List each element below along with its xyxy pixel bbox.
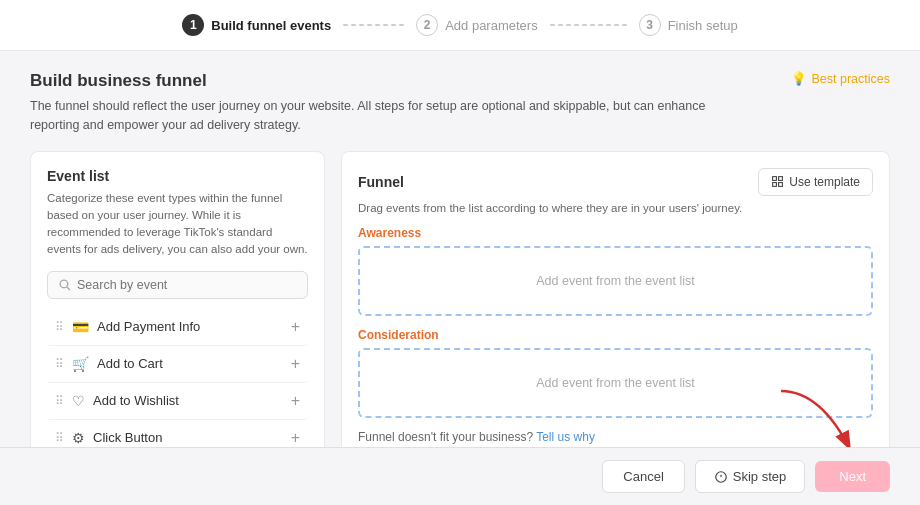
step-2-circle: 2: [416, 14, 438, 36]
page-header: 💡 Best practices Build business funnel T…: [30, 71, 890, 151]
next-button[interactable]: Next: [815, 461, 890, 492]
step-2-3-dots: [550, 24, 627, 26]
consideration-drop-zone[interactable]: Add event from the event list: [358, 348, 873, 418]
funnel-header: Funnel Use template: [358, 168, 873, 196]
add-event-button[interactable]: +: [291, 429, 300, 447]
consideration-label: Consideration: [358, 328, 873, 342]
svg-rect-3: [779, 177, 783, 181]
consideration-stage: Consideration Add event from the event l…: [358, 328, 873, 418]
step-2-label: Add parameters: [445, 18, 538, 33]
main-content: 💡 Best practices Build business funnel T…: [0, 51, 920, 476]
footer-text: Funnel doesn't fit your business?: [358, 430, 533, 444]
awareness-drop-text: Add event from the event list: [536, 274, 694, 288]
awareness-drop-zone[interactable]: Add event from the event list: [358, 246, 873, 316]
svg-point-0: [60, 280, 68, 288]
template-icon: [771, 175, 784, 188]
add-event-button[interactable]: +: [291, 392, 300, 410]
use-template-label: Use template: [789, 175, 860, 189]
consideration-drop-text: Add event from the event list: [536, 376, 694, 390]
drag-handle-icon: ⠿: [55, 357, 64, 371]
step-1-circle: 1: [182, 14, 204, 36]
drag-handle-icon: ⠿: [55, 431, 64, 445]
funnel-title: Funnel: [358, 174, 404, 190]
drag-handle-icon: ⠿: [55, 320, 64, 334]
click-icon: ⚙: [72, 430, 85, 446]
funnel-desc: Drag events from the list according to w…: [358, 202, 873, 214]
payment-icon: 💳: [72, 319, 89, 335]
page-description: The funnel should reflect the user journ…: [30, 97, 730, 135]
skip-step-label: Skip step: [733, 469, 786, 484]
event-name-add-to-cart: Add to Cart: [97, 356, 283, 371]
search-input[interactable]: [77, 278, 297, 292]
add-event-button[interactable]: +: [291, 318, 300, 336]
wishlist-icon: ♡: [72, 393, 85, 409]
columns-layout: Event list Categorize these event types …: [30, 151, 890, 476]
svg-line-1: [67, 287, 70, 290]
search-box[interactable]: [47, 271, 308, 299]
bottom-bar: Cancel Skip step Next: [0, 447, 920, 505]
event-name-add-to-wishlist: Add to Wishlist: [93, 393, 283, 408]
lightbulb-icon: 💡: [791, 71, 807, 86]
step-3: 3 Finish setup: [639, 14, 738, 36]
tell-us-why-link[interactable]: Tell us why: [536, 430, 595, 444]
best-practices-link[interactable]: 💡 Best practices: [791, 71, 890, 86]
event-name-click-button: Click Button: [93, 430, 283, 445]
event-list-title: Event list: [47, 168, 308, 184]
skip-step-button[interactable]: Skip step: [695, 460, 805, 493]
step-1: 1 Build funnel events: [182, 14, 331, 36]
stepper: 1 Build funnel events 2 Add parameters 3…: [0, 0, 920, 51]
page-title: Build business funnel: [30, 71, 890, 91]
event-list-panel: Event list Categorize these event types …: [30, 151, 325, 476]
step-1-2-dots: [343, 24, 404, 26]
step-3-label: Finish setup: [668, 18, 738, 33]
drag-handle-icon: ⠿: [55, 394, 64, 408]
funnel-panel: Funnel Use template Drag events from the…: [341, 151, 890, 476]
list-item[interactable]: ⠿ 💳 Add Payment Info +: [47, 309, 308, 346]
list-item[interactable]: ⠿ ♡ Add to Wishlist +: [47, 383, 308, 420]
skip-icon: [714, 470, 728, 484]
step-1-label: Build funnel events: [211, 18, 331, 33]
step-2: 2 Add parameters: [416, 14, 538, 36]
svg-rect-5: [779, 183, 783, 187]
cancel-button[interactable]: Cancel: [602, 460, 684, 493]
cart-icon: 🛒: [72, 356, 89, 372]
svg-rect-2: [773, 177, 777, 181]
add-event-button[interactable]: +: [291, 355, 300, 373]
list-item[interactable]: ⠿ 🛒 Add to Cart +: [47, 346, 308, 383]
awareness-label: Awareness: [358, 226, 873, 240]
search-icon: [58, 278, 71, 291]
step-3-circle: 3: [639, 14, 661, 36]
event-list-desc: Categorize these event types within the …: [47, 190, 308, 259]
event-name-add-payment: Add Payment Info: [97, 319, 283, 334]
awareness-stage: Awareness Add event from the event list: [358, 226, 873, 316]
svg-rect-4: [773, 183, 777, 187]
use-template-button[interactable]: Use template: [758, 168, 873, 196]
